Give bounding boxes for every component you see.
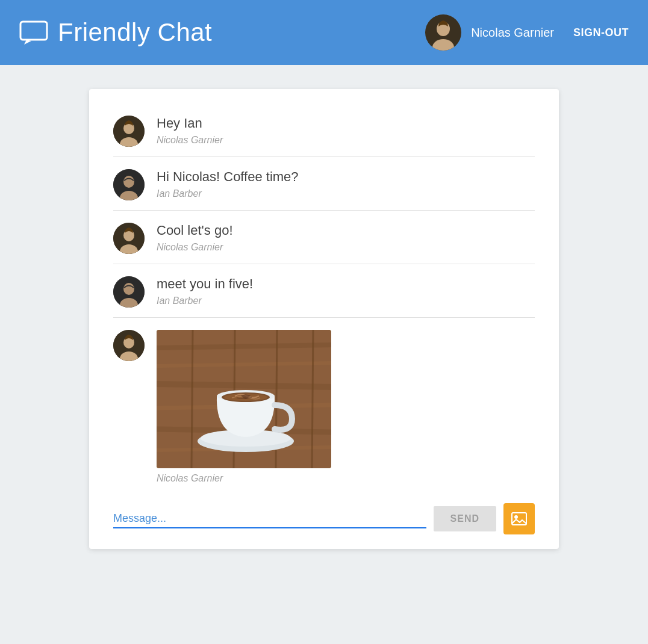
image-upload-button[interactable] (503, 503, 535, 534)
avatar (113, 276, 145, 308)
message-text: Cool let's go! (157, 223, 535, 238)
avatar (113, 223, 145, 254)
message-body: Nicolas Garnier (157, 330, 535, 484)
svg-point-37 (514, 515, 518, 519)
svg-point-15 (123, 283, 134, 295)
message-body: meet you in five! Ian Barber (157, 276, 535, 306)
message-text: Hey Ian (157, 116, 535, 131)
header-user-name: Nicolas Garnier (471, 26, 554, 40)
message-input-wrapper: SEND (113, 503, 535, 534)
message-input-container (113, 510, 426, 528)
message-text: meet you in five! (157, 276, 535, 292)
message-author: Nicolas Garnier (157, 135, 535, 146)
avatar (113, 116, 145, 147)
header-user-avatar (425, 14, 461, 51)
message-text: Hi Nicolas! Coffee time? (157, 169, 535, 185)
message-item: Cool let's go! Nicolas Garnier (113, 211, 535, 264)
message-body: Hey Ian Nicolas Garnier (157, 116, 535, 146)
message-image (157, 330, 331, 468)
chat-container: Hey Ian Nicolas Garnier Hi Nicolas! Coff… (89, 89, 559, 549)
avatar (113, 169, 145, 200)
input-area: SEND (89, 494, 559, 549)
message-item: Hey Ian Nicolas Garnier (113, 104, 535, 157)
message-author: Nicolas Garnier (157, 242, 535, 253)
svg-line-27 (192, 330, 193, 468)
sign-out-button[interactable]: SIGN-OUT (573, 26, 629, 39)
message-item: meet you in five! Ian Barber (113, 264, 535, 318)
main-content: Hey Ian Nicolas Garnier Hi Nicolas! Coff… (0, 65, 648, 573)
svg-rect-0 (20, 22, 47, 40)
message-body: Cool let's go! Nicolas Garnier (157, 223, 535, 253)
send-button[interactable]: SEND (434, 506, 496, 531)
app-header: Friendly Chat Nicolas Garnier SIGN-OUT (0, 0, 648, 65)
svg-rect-36 (512, 513, 526, 525)
header-user-info: Nicolas Garnier SIGN-OUT (425, 14, 629, 51)
message-body: Hi Nicolas! Coffee time? Ian Barber (157, 169, 535, 199)
message-item: Nicolas Garnier (113, 318, 535, 494)
chat-icon (19, 20, 48, 45)
message-author: Ian Barber (157, 188, 535, 199)
message-author: Nicolas Garnier (157, 473, 535, 484)
app-title: Friendly Chat (58, 18, 212, 47)
svg-line-30 (312, 330, 313, 468)
image-icon (511, 510, 528, 527)
message-author: Ian Barber (157, 296, 535, 306)
message-item: Hi Nicolas! Coffee time? Ian Barber (113, 157, 535, 211)
messages-list: Hey Ian Nicolas Garnier Hi Nicolas! Coff… (89, 104, 559, 494)
svg-line-21 (157, 345, 331, 348)
message-input[interactable] (113, 510, 426, 528)
avatar (113, 330, 145, 361)
app-logo: Friendly Chat (19, 18, 425, 47)
svg-point-9 (123, 176, 134, 188)
svg-line-23 (157, 384, 331, 387)
